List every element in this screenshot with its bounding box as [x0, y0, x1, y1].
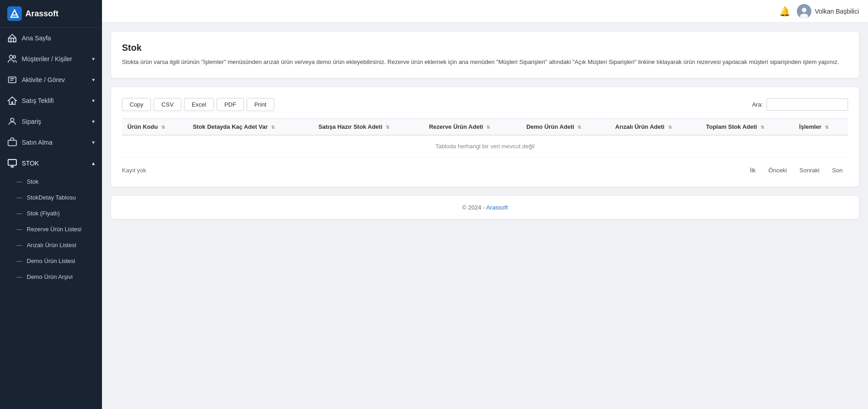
- col-demo-adet[interactable]: Demo Ürün Adeti ⇅: [521, 118, 610, 135]
- bell-icon[interactable]: 🔔: [779, 6, 790, 17]
- csv-button[interactable]: CSV: [154, 98, 181, 111]
- logo[interactable]: Arassoft: [0, 0, 102, 28]
- col-stok-detay[interactable]: Stok Detayda Kaç Adet Var ⇅: [187, 118, 313, 135]
- sidebar-sub-stok[interactable]: — Stok: [0, 174, 102, 190]
- home-icon: [7, 33, 17, 43]
- sidebar-sub-rezerve-urun[interactable]: — Rezerve Ürün Listesi: [0, 221, 102, 237]
- last-page-button[interactable]: Son: [827, 165, 848, 176]
- info-card-description: Stokta ürün varsa ilgili ürünün "İşlemle…: [122, 58, 848, 67]
- sidebar-sub-label-stok: Stok: [27, 178, 39, 185]
- sort-icon-demo-adet: ⇅: [577, 125, 581, 130]
- empty-row: Tabloda herhangi bir veri mevcut değil: [122, 135, 848, 157]
- sidebar-item-ana-sayfa[interactable]: Ana Sayfa: [0, 28, 102, 49]
- dash-demo-urun-listesi: —: [16, 258, 22, 264]
- sidebar-item-stok[interactable]: STOK ▴: [0, 153, 102, 174]
- sidebar-item-aktivite[interactable]: Aktivite / Görev ▾: [0, 69, 102, 90]
- chevron-siparis: ▾: [92, 118, 95, 125]
- sidebar-item-label-musteriler: Müşteriler / Kişiler: [22, 55, 72, 63]
- col-islemler[interactable]: İşlemler ⇅: [794, 118, 848, 135]
- footer-text: © 2024 -: [462, 204, 486, 211]
- sidebar-sub-stok-detay[interactable]: — StokDetay Tablosu: [0, 190, 102, 205]
- stok-icon: [7, 158, 17, 168]
- table-header-row: Ürün Kodu ⇅ Stok Detayda Kaç Adet Var ⇅ …: [122, 118, 848, 135]
- sidebar: Arassoft Ana Sayfa Müşteriler / Kişiler …: [0, 0, 102, 409]
- dash-arizali-urun: —: [16, 242, 22, 248]
- aktivite-icon: [7, 75, 17, 85]
- search-input[interactable]: [766, 98, 848, 111]
- footer-card: © 2024 - Arassoft: [111, 196, 859, 219]
- dash-stok-fiyatli: —: [16, 210, 22, 217]
- sort-icon-islemler: ⇅: [825, 125, 829, 130]
- copy-button[interactable]: Copy: [122, 98, 151, 111]
- dash-stok-detay: —: [16, 194, 22, 201]
- satis-teklifi-icon: [7, 96, 17, 106]
- search-label: Ara:: [752, 101, 763, 108]
- info-card: Stok Stokta ürün varsa ilgili ürünün "İş…: [111, 32, 859, 78]
- main-area: 🔔 Volkan Başbilici Stok Stokta ürün vars…: [102, 0, 868, 409]
- sidebar-item-satis-teklifi[interactable]: Satış Teklifi ▾: [0, 90, 102, 111]
- user-menu[interactable]: Volkan Başbilici: [797, 4, 859, 19]
- chevron-stok: ▴: [92, 160, 95, 166]
- sort-icon-toplam-stok: ⇅: [761, 125, 764, 130]
- pdf-button[interactable]: PDF: [217, 98, 244, 111]
- svg-point-5: [13, 56, 16, 58]
- table-body: Tabloda herhangi bir veri mevcut değil: [122, 135, 848, 157]
- avatar-image: [797, 4, 811, 19]
- excel-button[interactable]: Excel: [184, 98, 214, 111]
- chevron-satis-teklifi: ▾: [92, 97, 95, 104]
- logo-icon: [7, 6, 22, 21]
- sidebar-sub-stok-fiyatli[interactable]: — Stok (Fiyatlı): [0, 205, 102, 221]
- footer-link[interactable]: Arassoft: [486, 204, 508, 211]
- avatar: [797, 4, 811, 19]
- table-head: Ürün Kodu ⇅ Stok Detayda Kaç Adet Var ⇅ …: [122, 118, 848, 135]
- sidebar-sub-arizali-urun[interactable]: — Arızalı Ürün Listesi: [0, 237, 102, 253]
- chevron-musteriler: ▾: [92, 56, 95, 62]
- sidebar-item-musteriler[interactable]: Müşteriler / Kişiler ▾: [0, 49, 102, 69]
- sidebar-sub-demo-urun-arsivi[interactable]: — Demo Ürün Arşivi: [0, 269, 102, 285]
- sidebar-sub-label-rezerve-urun: Rezerve Ürün Listesi: [27, 226, 82, 233]
- satin-alma-icon: [7, 137, 17, 147]
- svg-rect-0: [7, 6, 22, 21]
- data-table: Ürün Kodu ⇅ Stok Detayda Kaç Adet Var ⇅ …: [122, 118, 848, 157]
- sidebar-item-label-aktivite: Aktivite / Görev: [22, 76, 65, 83]
- no-records-label: Kayıt yok: [122, 167, 146, 174]
- prev-page-button[interactable]: Önceki: [763, 165, 792, 176]
- chevron-aktivite: ▾: [92, 77, 95, 83]
- search-area: Ara:: [752, 98, 848, 111]
- sidebar-sub-label-demo-urun-arsivi: Demo Ürün Arşivi: [27, 273, 73, 280]
- sort-icon-urun-kodu: ⇅: [161, 125, 165, 130]
- sidebar-item-label-satin-alma: Satın Alma: [22, 139, 53, 146]
- col-satisa-hazir[interactable]: Satışa Hazır Stok Adeti ⇅: [313, 118, 423, 135]
- info-card-title: Stok: [122, 43, 848, 53]
- first-page-button[interactable]: İlk: [744, 165, 761, 176]
- pagination-row: Kayıt yok İlk Önceki Sonraki Son: [122, 165, 848, 176]
- svg-rect-8: [8, 140, 16, 146]
- table-toolbar: Copy CSV Excel PDF Print Ara:: [122, 98, 848, 111]
- sidebar-item-satin-alma[interactable]: Satın Alma ▾: [0, 132, 102, 153]
- svg-point-11: [802, 8, 806, 12]
- svg-point-4: [10, 55, 13, 58]
- col-toplam-stok[interactable]: Toplam Stok Adeti ⇅: [700, 118, 794, 135]
- dash-stok: —: [16, 178, 22, 185]
- col-urun-kodu[interactable]: Ürün Kodu ⇅: [122, 118, 187, 135]
- sidebar-sub-demo-urun-listesi[interactable]: — Demo Ürün Listesi: [0, 253, 102, 269]
- sidebar-item-siparis[interactable]: Sipariş ▾: [0, 111, 102, 132]
- sort-icon-stok-detay: ⇅: [271, 125, 275, 130]
- pagination-buttons: İlk Önceki Sonraki Son: [744, 165, 848, 176]
- sidebar-item-label-satis-teklifi: Satış Teklifi: [22, 97, 54, 104]
- svg-rect-3: [9, 38, 16, 42]
- sidebar-sub-label-stok-fiyatli: Stok (Fiyatlı): [27, 210, 60, 217]
- col-rezerve-adet[interactable]: Rezerve Ürün Adeti ⇅: [423, 118, 521, 135]
- content-area: Stok Stokta ürün varsa ilgili ürünün "İş…: [102, 23, 868, 409]
- table-card: Copy CSV Excel PDF Print Ara: Ürün Kodu …: [111, 87, 859, 187]
- print-button[interactable]: Print: [247, 98, 274, 111]
- svg-point-7: [10, 118, 14, 122]
- sort-icon-satisa-hazir: ⇅: [386, 125, 389, 130]
- next-page-button[interactable]: Sonraki: [794, 165, 825, 176]
- sidebar-sub-label-stok-detay: StokDetay Tablosu: [27, 194, 76, 201]
- sidebar-sub-label-arizali-urun: Arızalı Ürün Listesi: [27, 242, 76, 248]
- dash-rezerve-urun: —: [16, 226, 22, 233]
- svg-rect-9: [8, 160, 16, 166]
- username-label: Volkan Başbilici: [815, 8, 859, 15]
- col-arizali-adet[interactable]: Arızalı Ürün Adeti ⇅: [610, 118, 700, 135]
